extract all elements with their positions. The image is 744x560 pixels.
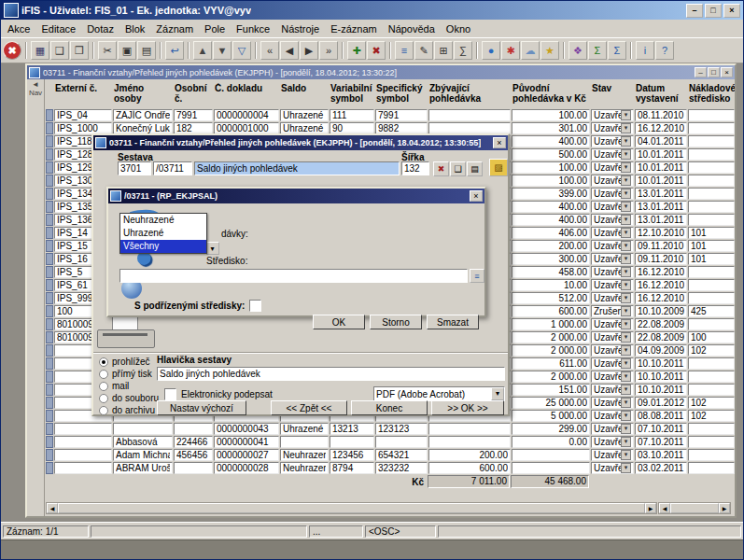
cell-zbyvajici-pohledavka[interactable]	[428, 423, 511, 435]
close-icon[interactable]: ×	[470, 190, 483, 202]
cell-nakladove-stredisko[interactable]	[688, 266, 735, 278]
format-select[interactable]: PDF (Adobe Acrobat) ▾	[373, 386, 505, 401]
cell-jmeno-osoby[interactable]: Abbasová	[113, 436, 173, 448]
dropdown-arrow-icon[interactable]: ▾	[621, 149, 631, 160]
record-indicator[interactable]	[46, 344, 53, 357]
scrollbar-thumb[interactable]	[670, 503, 719, 513]
cell-puvodni-pohledavka-v-kc[interactable]: 25 000.00	[512, 397, 590, 409]
close-report-icon[interactable]: ✖	[433, 161, 449, 176]
record-indicator[interactable]	[46, 305, 53, 317]
cell-datum-vystaveni[interactable]: 10.10.2011	[635, 384, 687, 396]
cell-puvodni-pohledavka-v-kc[interactable]: 100.00	[512, 109, 590, 121]
sign-option[interactable]: Elektronicky podepsat	[164, 388, 273, 400]
dropdown-option-uhrazene[interactable]: Uhrazené	[120, 227, 206, 240]
cell-stav[interactable]: Uzavřen▾	[591, 436, 634, 448]
cell-nakladove-stredisko[interactable]	[688, 449, 735, 461]
cell-zbyvajici-pohledavka[interactable]: 200.00	[428, 449, 511, 461]
cell-puvodni-pohledavka-v-kc[interactable]: 512.00	[512, 292, 590, 304]
record-indicator[interactable]	[46, 331, 53, 343]
menu-item-akce[interactable]: Akce	[2, 21, 35, 36]
last-record-icon[interactable]: »	[319, 41, 338, 60]
cell-nakladove-stredisko[interactable]	[688, 292, 735, 304]
cell-saldo[interactable]: Uhrazené	[280, 423, 329, 435]
secondary-scrollbar[interactable]: ◀ ▶	[658, 502, 731, 514]
first-record-icon[interactable]: «	[260, 41, 279, 60]
back-button[interactable]: << Zpět <<	[271, 400, 347, 415]
cell-saldo[interactable]	[280, 436, 329, 448]
sigma-green-icon[interactable]: Σ	[588, 41, 607, 60]
output-option-do-archivu[interactable]: do archivu	[99, 404, 159, 416]
menu-item-editace[interactable]: Editace	[35, 21, 81, 36]
record-indicator[interactable]	[46, 214, 53, 226]
chevron-down-icon[interactable]: ▾	[491, 387, 504, 400]
menu-item-e-zaznam[interactable]: E-záznam	[325, 21, 383, 36]
record-indicator[interactable]	[46, 449, 53, 461]
cell-puvodni-pohledavka-v-kc[interactable]: 100.00	[512, 175, 590, 187]
cell-stav[interactable]: Uzavřen▾	[591, 188, 634, 200]
help-icon[interactable]: ?	[655, 41, 674, 60]
print-report-icon[interactable]: ❑	[450, 161, 466, 176]
dropdown-arrow-icon[interactable]: ▾	[621, 424, 631, 434]
form-close-icon[interactable]: ×	[721, 67, 733, 77]
delete-record-icon[interactable]: ✖	[367, 41, 386, 60]
cell-variabilni-symbol[interactable]: 111	[330, 109, 374, 121]
menu-item-dotaz[interactable]: Dotaz	[81, 21, 119, 36]
cell-puvodni-pohledavka-v-kc[interactable]: 500.00	[512, 148, 590, 161]
smazat-button[interactable]: Smazat	[427, 315, 479, 329]
dropdown-arrow-icon[interactable]: ▾	[621, 358, 631, 369]
dropdown-arrow-icon[interactable]: ▾	[621, 371, 631, 382]
cell-stav[interactable]: Uzavřen▾	[591, 462, 634, 474]
dropdown-arrow-icon[interactable]: ▾	[621, 123, 631, 133]
end-button[interactable]: Konec	[351, 400, 428, 415]
cloud-icon[interactable]: ☁	[521, 41, 540, 60]
save-icon[interactable]: ▦	[31, 41, 49, 60]
cell-stav[interactable]: Uzavřen▾	[591, 449, 634, 461]
cell-puvodni-pohledavka-v-kc[interactable]: 611.00	[512, 357, 590, 370]
record-indicator[interactable]	[46, 371, 53, 383]
cell-c-dokladu[interactable]: 0000000004	[214, 109, 279, 121]
cell-nakladove-stredisko[interactable]	[688, 148, 735, 161]
cell-stav[interactable]: Uzavřen▾	[591, 201, 634, 213]
previous-record-icon[interactable]: ◀	[280, 41, 299, 60]
cell-stav[interactable]: Uzavřen▾	[591, 344, 634, 357]
cell-nakladove-stredisko[interactable]	[688, 135, 735, 147]
cell-puvodni-pohledavka-v-kc[interactable]	[512, 449, 590, 461]
cell-variabilni-symbol[interactable]: 123456	[330, 449, 374, 461]
scroll-left-icon[interactable]: ◀	[47, 503, 58, 513]
cell-puvodni-pohledavka-v-kc[interactable]: 406.00	[512, 227, 590, 239]
cell-puvodni-pohledavka-v-kc[interactable]: 400.00	[512, 201, 590, 213]
cell-nakladove-stredisko[interactable]	[688, 279, 735, 291]
cell-stav[interactable]: Uzavřen▾	[591, 135, 634, 147]
dropdown-arrow-icon[interactable]: ▾	[621, 280, 631, 290]
dropdown-arrow-icon[interactable]: ▾	[621, 175, 631, 186]
cell-puvodni-pohledavka-v-kc[interactable]	[512, 462, 590, 474]
cell-externi-c[interactable]: IPS_04	[54, 109, 112, 121]
ok-button[interactable]: OK	[313, 315, 365, 329]
cell-zbyvajici-pohledavka[interactable]: 600.00	[428, 462, 511, 474]
hlavicka-input[interactable]	[157, 367, 505, 381]
cell-datum-vystaveni[interactable]: 10.01.2011	[635, 161, 687, 174]
cell-nakladove-stredisko[interactable]	[688, 122, 735, 134]
scroll-left-icon[interactable]: ◀	[659, 503, 670, 513]
cell-datum-vystaveni[interactable]: 10.10.2011	[635, 357, 687, 370]
cell-puvodni-pohledavka-v-kc[interactable]: 400.00	[512, 135, 590, 147]
cell-stav[interactable]: Uzavřen▾	[591, 397, 634, 409]
cell-puvodni-pohledavka-v-kc[interactable]: 301.00	[512, 122, 590, 134]
record-indicator[interactable]	[46, 384, 53, 396]
cell-c-dokladu[interactable]: 0000000041	[214, 436, 279, 448]
cell-stav[interactable]: Uzavřen▾	[591, 109, 634, 121]
cell-puvodni-pohledavka-v-kc[interactable]: 400.00	[512, 214, 590, 226]
cell-puvodni-pohledavka-v-kc[interactable]: 399.00	[512, 188, 590, 200]
cell-nakladove-stredisko[interactable]	[688, 109, 735, 121]
dropdown-arrow-icon[interactable]: ▾	[621, 267, 631, 277]
scroll-right-icon[interactable]: ▶	[645, 503, 656, 513]
cell-puvodni-pohledavka-v-kc[interactable]: 300.00	[512, 253, 590, 265]
title-bar[interactable]: iFIS - Uživatel: FIS_01 - Ek. jednotka: …	[1, 1, 743, 20]
record-indicator[interactable]	[46, 436, 53, 448]
cell-puvodni-pohledavka-v-kc[interactable]: 200.00	[512, 240, 590, 252]
cell-puvodni-pohledavka-v-kc[interactable]: 2 000.00	[512, 371, 590, 383]
cell-datum-vystaveni[interactable]: 09.11.2010	[635, 240, 687, 252]
list-of-values-icon[interactable]: ≡	[470, 269, 484, 283]
record-indicator[interactable]	[46, 266, 53, 278]
cell-datum-vystaveni[interactable]: 13.01.2011	[635, 214, 687, 226]
